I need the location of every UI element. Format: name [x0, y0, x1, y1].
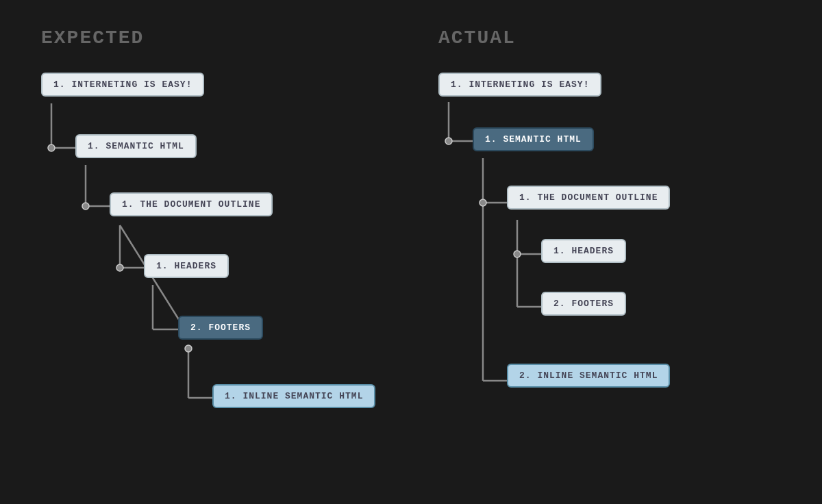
- svg-point-12: [82, 203, 89, 210]
- act-node-5-box: 2. Footers: [541, 292, 626, 316]
- svg-point-23: [445, 138, 452, 144]
- exp-node-6-box: 1. Inline Semantic HTML: [212, 384, 375, 408]
- act-node-6: 2. Inline Semantic HTML: [507, 364, 670, 388]
- expected-diagram: EXPECTED: [41, 27, 384, 466]
- act-node-1-box: 1. Interneting is easy!: [438, 73, 601, 97]
- actual-tree: 1. Interneting is easy! 1. Semantic HTML…: [438, 69, 726, 466]
- exp-node-5-box: 2. Footers: [178, 316, 263, 340]
- expected-tree: 1. Interneting is easy! 1. Semantic HTML…: [41, 69, 329, 466]
- act-node-4: 1. Headers: [541, 239, 626, 263]
- act-node-4-box: 1. Headers: [541, 239, 626, 263]
- svg-point-14: [185, 345, 192, 352]
- actual-title: ACTUAL: [438, 27, 516, 49]
- act-node-2: 1. Semantic HTML: [473, 127, 594, 151]
- actual-diagram: ACTUAL: [438, 27, 781, 466]
- svg-point-25: [514, 251, 521, 257]
- main-container: EXPECTED: [0, 0, 822, 504]
- act-node-3-box: 1. The Document Outline: [507, 186, 670, 210]
- expected-title: EXPECTED: [41, 27, 144, 49]
- exp-node-6: 1. Inline Semantic HTML: [212, 384, 375, 408]
- exp-node-2: 1. Semantic HTML: [75, 134, 197, 158]
- exp-node-4-box: 1. Headers: [144, 254, 229, 278]
- exp-node-1-box: 1. Interneting is easy!: [41, 73, 204, 97]
- svg-point-11: [48, 144, 55, 151]
- act-node-1: 1. Interneting is easy!: [438, 73, 601, 97]
- exp-node-4: 1. Headers: [144, 254, 229, 278]
- exp-node-5: 2. Footers: [178, 316, 263, 340]
- exp-node-2-box: 1. Semantic HTML: [75, 134, 197, 158]
- exp-node-1: 1. Interneting is easy!: [41, 73, 204, 97]
- act-node-2-box: 1. Semantic HTML: [473, 127, 594, 151]
- svg-point-24: [480, 199, 486, 206]
- act-node-3: 1. The Document Outline: [507, 186, 670, 210]
- exp-node-3-box: 1. The Document Outline: [110, 192, 273, 216]
- exp-node-3: 1. The Document Outline: [110, 192, 273, 216]
- act-node-6-box: 2. Inline Semantic HTML: [507, 364, 670, 388]
- svg-point-13: [116, 264, 123, 271]
- act-node-5: 2. Footers: [541, 292, 626, 316]
